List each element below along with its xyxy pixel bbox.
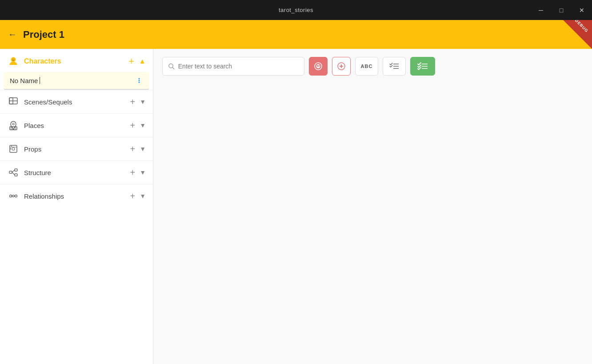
project-title: Project 1 — [23, 29, 64, 40]
relationships-label: Relationships — [24, 192, 130, 200]
character-more-button[interactable] — [135, 76, 143, 84]
header-bar: ← Project 1 DEBUG — [0, 20, 592, 49]
svg-rect-19 — [9, 171, 12, 173]
checklist-button[interactable] — [383, 57, 406, 76]
characters-label: Characters — [24, 57, 128, 65]
svg-point-18 — [10, 148, 11, 149]
titlebar: tarot_stories ─ □ ✕ — [0, 0, 592, 20]
svg-point-15 — [12, 148, 15, 150]
sidebar-item-props[interactable]: Props + ▼ — [0, 137, 153, 160]
sidebar: Characters + ▲ No Name — [0, 49, 153, 364]
sidebar-item-scenes[interactable]: Scenes/Sequels + ▼ — [0, 90, 153, 113]
props-actions: + ▼ — [130, 144, 146, 154]
sidebar-item-relationships[interactable]: Relationships + ▼ — [0, 184, 153, 208]
search-input[interactable] — [178, 63, 299, 70]
character-name: No Name — [10, 77, 40, 84]
scenes-add-button[interactable]: + — [130, 97, 135, 107]
svg-line-27 — [172, 68, 174, 69]
scenes-actions: + ▼ — [130, 97, 146, 107]
places-label: Places — [24, 122, 130, 129]
character-list-item[interactable]: No Name — [4, 72, 149, 90]
target-down-icon — [314, 62, 323, 71]
app-title: tarot_stories — [279, 7, 313, 13]
svg-point-2 — [12, 59, 13, 59]
abc-label: ABC — [361, 64, 373, 69]
minimize-button[interactable]: ─ — [531, 0, 551, 20]
svg-point-24 — [10, 195, 12, 197]
characters-icon — [7, 55, 20, 68]
places-expand-button[interactable]: ▼ — [140, 122, 146, 129]
props-label: Props — [24, 145, 130, 153]
text-cursor — [40, 77, 40, 84]
characters-add-button[interactable]: + — [128, 56, 134, 67]
svg-point-13 — [12, 123, 14, 125]
right-panel: ABC — [153, 49, 592, 364]
scenes-icon — [7, 96, 20, 108]
add-outline-button[interactable] — [332, 57, 351, 76]
circle-plus-icon — [337, 62, 346, 71]
places-add-button[interactable]: + — [130, 120, 135, 131]
scenes-expand-button[interactable]: ▼ — [140, 98, 146, 105]
props-expand-button[interactable]: ▼ — [140, 145, 146, 152]
svg-rect-21 — [15, 174, 17, 176]
sidebar-item-structure[interactable]: Structure + ▼ — [0, 160, 153, 184]
relationships-actions: + ▼ — [130, 191, 146, 201]
green-checklist-icon — [417, 62, 428, 71]
svg-point-17 — [11, 146, 12, 147]
checklist-icon — [389, 62, 400, 71]
places-actions: + ▼ — [130, 120, 146, 131]
svg-line-22 — [12, 170, 15, 172]
download-button[interactable] — [309, 57, 328, 76]
props-add-button[interactable]: + — [130, 144, 135, 154]
structure-icon — [7, 166, 20, 179]
characters-section-header[interactable]: Characters + ▲ — [0, 49, 153, 72]
structure-label: Structure — [24, 169, 130, 176]
svg-point-5 — [139, 80, 140, 81]
structure-expand-button[interactable]: ▼ — [140, 169, 146, 176]
scenes-label: Scenes/Sequels — [24, 98, 130, 106]
props-icon — [7, 143, 20, 155]
characters-actions: + ▲ — [128, 56, 146, 67]
content-area — [153, 84, 592, 364]
maximize-button[interactable]: □ — [551, 0, 572, 20]
structure-add-button[interactable]: + — [130, 168, 135, 178]
characters-collapse-button[interactable]: ▲ — [139, 57, 146, 65]
svg-rect-20 — [15, 169, 17, 171]
relationships-expand-button[interactable]: ▼ — [140, 192, 146, 200]
svg-point-1 — [12, 58, 16, 62]
main-content: Characters + ▲ No Name — [0, 49, 592, 364]
sidebar-item-places[interactable]: Places + ▼ — [0, 113, 153, 137]
green-checklist-button[interactable] — [410, 57, 435, 76]
toolbar: ABC — [153, 49, 592, 84]
relationships-icon — [7, 190, 20, 202]
places-icon — [7, 119, 20, 132]
search-box[interactable] — [162, 57, 304, 76]
debug-badge: DEBUG — [563, 20, 592, 49]
window-controls: ─ □ ✕ — [531, 0, 592, 20]
svg-line-23 — [12, 172, 15, 175]
search-icon — [168, 63, 175, 70]
structure-actions: + ▼ — [130, 168, 146, 178]
svg-point-6 — [139, 82, 140, 83]
close-button[interactable]: ✕ — [572, 0, 592, 20]
back-button[interactable]: ← — [8, 29, 17, 40]
svg-point-4 — [139, 78, 140, 80]
abc-button[interactable]: ABC — [355, 57, 378, 76]
svg-point-3 — [14, 59, 14, 59]
relationships-add-button[interactable]: + — [130, 191, 135, 201]
svg-point-25 — [15, 195, 17, 197]
